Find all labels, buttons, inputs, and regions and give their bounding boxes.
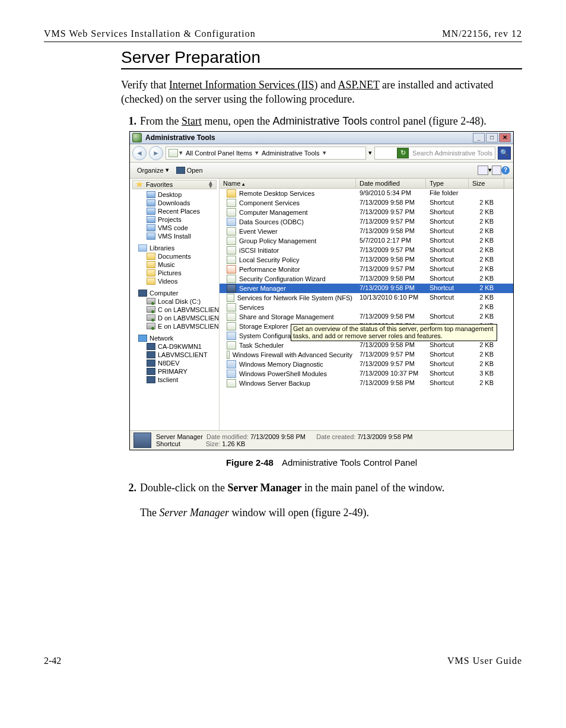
- sidebar-item[interactable]: Desktop: [130, 190, 219, 199]
- intro-paragraph: Verify that Internet Information Service…: [121, 78, 522, 107]
- view-options-button[interactable]: [478, 166, 488, 175]
- list-item[interactable]: Component Services7/13/2009 9:58 PMShort…: [220, 198, 513, 208]
- sidebar-item[interactable]: LABVMSCLIENT: [130, 351, 219, 359]
- folder-icon: [147, 208, 155, 215]
- shortcut-icon: [227, 332, 236, 340]
- start-menu-ref: Start: [182, 115, 202, 127]
- sidebar-item[interactable]: N8DEV: [130, 359, 219, 367]
- window-title: Administrative Tools: [145, 133, 215, 142]
- sidebar-item[interactable]: D on LABVMSCLIENT: [130, 314, 219, 322]
- link-aspnet: ASP.NET: [338, 79, 379, 91]
- folder-icon: [147, 360, 155, 367]
- help-button[interactable]: ?: [501, 166, 510, 174]
- list-item[interactable]: Computer Management7/13/2009 9:57 PMShor…: [220, 208, 513, 217]
- sidebar-item[interactable]: Music: [130, 260, 219, 269]
- sidebar-item[interactable]: Videos: [130, 277, 219, 285]
- shortcut-icon: [227, 199, 236, 207]
- computer-header[interactable]: Computer: [130, 289, 219, 297]
- list-item[interactable]: Security Configuration Wizard7/13/2009 9…: [220, 274, 513, 284]
- star-icon: [135, 181, 144, 188]
- libraries-header[interactable]: Libraries: [130, 244, 219, 252]
- doc-header-right: MN/22156, rev 12: [442, 28, 522, 39]
- list-item[interactable]: Windows Memory Diagnostic7/13/2009 9:57 …: [220, 360, 513, 369]
- sidebar-item[interactable]: PRIMARY: [130, 367, 219, 376]
- shortcut-icon: [227, 227, 236, 236]
- page-number: 2-42: [44, 656, 61, 666]
- column-headers[interactable]: Name ▴ Date modified Type Size: [220, 179, 513, 189]
- list-item[interactable]: iSCSI Initiator7/13/2009 9:57 PMShortcut…: [220, 246, 513, 255]
- shortcut-icon: [227, 379, 236, 387]
- list-item[interactable]: Share and Storage Management7/13/2009 9:…: [220, 312, 513, 322]
- minimize-button[interactable]: _: [473, 133, 485, 142]
- sidebar-item[interactable]: C on LABVMSCLIENT: [130, 306, 219, 314]
- forward-button[interactable]: ►: [149, 146, 163, 160]
- folder-icon: [147, 253, 155, 260]
- sidebar-item[interactable]: Documents: [130, 252, 219, 260]
- list-item[interactable]: Group Policy Management5/7/2010 2:17 PMS…: [220, 236, 513, 246]
- link-iis: Internet Information Services (IIS): [169, 79, 317, 91]
- list-item[interactable]: Services for Network File System (NFS)10…: [220, 293, 513, 303]
- list-item[interactable]: Data Sources (ODBC)7/13/2009 9:57 PMShor…: [220, 217, 513, 227]
- col-type[interactable]: Type: [426, 179, 469, 188]
- figure-caption: Figure 2-48Administrative Tools Control …: [121, 457, 522, 468]
- sidebar-item[interactable]: VMS Install: [130, 232, 219, 240]
- sidebar-item[interactable]: Pictures: [130, 269, 219, 277]
- folder-icon: [147, 224, 155, 231]
- breadcrumb[interactable]: ▾ All Control Panel Items ▾ Administrati…: [166, 147, 366, 160]
- shortcut-icon: [227, 341, 236, 349]
- shortcut-icon: [227, 265, 236, 274]
- sidebar-item[interactable]: tsclient: [130, 376, 219, 384]
- sidebar-item[interactable]: Projects: [130, 215, 219, 224]
- drive-icon: [147, 314, 155, 321]
- list-item[interactable]: Remote Desktop Services9/9/2010 5:34 PMF…: [220, 189, 513, 198]
- list-item[interactable]: Server Manager7/13/2009 9:58 PMShortcut2…: [220, 284, 513, 293]
- system-menu-icon[interactable]: [132, 133, 142, 142]
- shortcut-icon: [227, 294, 234, 302]
- list-item[interactable]: Event Viewer7/13/2009 9:58 PMShortcut2 K…: [220, 227, 513, 236]
- back-button[interactable]: ◄: [132, 146, 147, 160]
- shortcut-icon: [227, 351, 230, 359]
- window-titlebar[interactable]: Administrative Tools _ □ ✕: [130, 132, 513, 144]
- col-name[interactable]: Name ▴: [220, 179, 356, 188]
- list-item[interactable]: Task Scheduler7/13/2009 9:58 PMShortcut2…: [220, 341, 513, 350]
- sidebar-item[interactable]: Recent Places: [130, 207, 219, 215]
- sidebar-item[interactable]: CA-D9KWMN1: [130, 342, 219, 351]
- computer-icon: [138, 290, 147, 297]
- refresh-icon[interactable]: ↻: [397, 148, 409, 158]
- folder-icon: [147, 343, 155, 350]
- sidebar-item[interactable]: Downloads: [130, 199, 219, 207]
- list-item[interactable]: Windows Server Backup7/13/2009 9:58 PMSh…: [220, 379, 513, 388]
- search-input[interactable]: ↻ Search Administrative Tools: [374, 147, 495, 160]
- folder-icon: [147, 199, 155, 206]
- sidebar-item[interactable]: VMS code: [130, 224, 219, 232]
- open-icon: [176, 167, 185, 174]
- organize-menu[interactable]: Organize ▾: [133, 165, 173, 175]
- drive-icon: [147, 323, 155, 329]
- sidebar-item[interactable]: Local Disk (C:): [130, 297, 219, 306]
- close-button[interactable]: ✕: [499, 133, 511, 142]
- network-header[interactable]: Network: [130, 334, 219, 342]
- col-date[interactable]: Date modified: [356, 179, 426, 188]
- favorites-header[interactable]: Favorites ▲▼: [132, 180, 217, 189]
- list-item[interactable]: Windows PowerShell Modules7/13/2009 10:3…: [220, 369, 513, 379]
- search-go-button[interactable]: 🔍: [498, 147, 511, 160]
- shortcut-icon: [227, 284, 236, 293]
- sidebar-item[interactable]: E on LABVMSCLIENT: [130, 322, 219, 330]
- doc-header-left: VMS Web Services Installation & Configur…: [44, 28, 256, 39]
- list-item[interactable]: Local Security Policy7/13/2009 9:58 PMSh…: [220, 255, 513, 265]
- step-1: 1. From the Start menu, open the Adminis…: [121, 115, 522, 128]
- open-button[interactable]: Open: [173, 166, 206, 175]
- libraries-icon: [138, 244, 147, 252]
- shortcut-icon: [227, 256, 236, 264]
- list-item[interactable]: Performance Monitor7/13/2009 9:57 PMShor…: [220, 265, 513, 274]
- preview-pane-button[interactable]: [492, 166, 501, 175]
- folder-icon: [147, 368, 155, 375]
- control-panel-icon: [168, 149, 178, 157]
- list-item[interactable]: Windows Firewall with Advanced Security7…: [220, 350, 513, 360]
- screenshot-admin-tools: Administrative Tools _ □ ✕ ◄ ► ▾ All Con…: [129, 131, 514, 450]
- maximize-button[interactable]: □: [486, 133, 498, 142]
- list-item[interactable]: Services2 KB: [220, 303, 513, 312]
- tooltip: Get an overview of the status of this se…: [291, 324, 497, 341]
- step-2: 2. Double-click on the Server Manager in…: [121, 482, 522, 519]
- col-size[interactable]: Size: [469, 179, 504, 188]
